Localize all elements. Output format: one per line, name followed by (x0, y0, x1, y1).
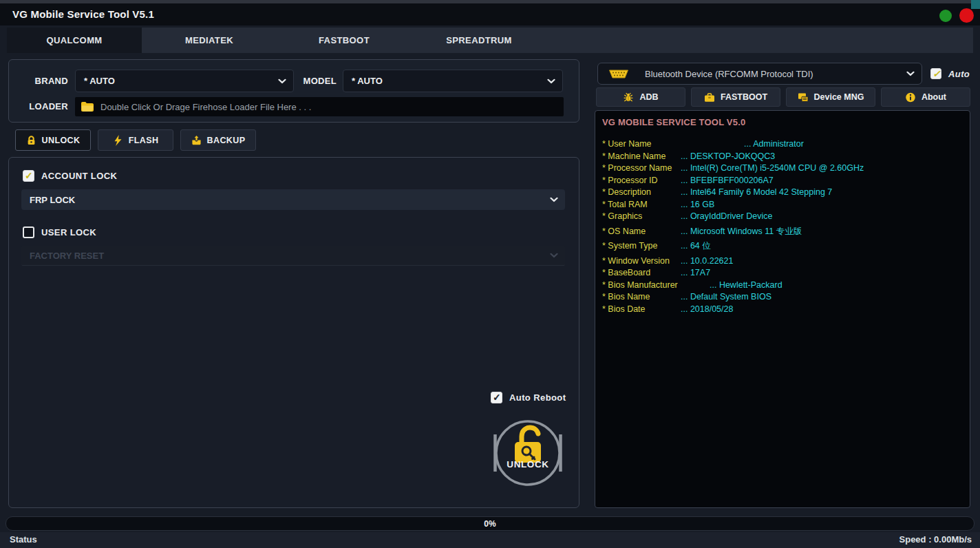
unlock-execute-label: UNLOCK (487, 459, 569, 470)
console-line-value: ... 2018/05/28 (681, 304, 733, 314)
lock-icon (26, 135, 36, 146)
port-select[interactable]: Bluetooth Device (RFCOMM Protocol TDI) (597, 63, 922, 85)
device-actions: ADBFASTBOOTDevice MNGAbout (596, 87, 970, 107)
chevron-down-icon (278, 78, 286, 83)
adb-button[interactable]: ADB (596, 87, 685, 107)
account-lock-label: ACCOUNT LOCK (41, 171, 117, 181)
console-line-value: ... DESKTOP-JOKQQC3 (681, 151, 775, 161)
console-line-value: ... 17A7 (681, 268, 710, 277)
console-line-key: * Bios Name (602, 291, 681, 304)
info-icon (905, 92, 916, 103)
frp-lock-value: FRP LOCK (30, 195, 75, 205)
console-line: * Window Version... 10.0.22621 (602, 255, 963, 268)
backup-tab-button[interactable]: BACKUP (180, 129, 256, 151)
unlock-tab-button[interactable]: UNLOCK (15, 129, 91, 151)
chevron-down-icon (547, 78, 555, 83)
loader-placeholder: Double Click Or Drage Firehose Loader Fi… (100, 102, 311, 112)
console-line-value: ... BFEBFBFF000206A7 (681, 176, 774, 185)
factory-reset-value: FACTORY RESET (30, 251, 104, 261)
backup-icon (191, 135, 202, 146)
console-line: * Graphics... OrayIddDriver Device (602, 211, 963, 223)
fastboot-button[interactable]: FASTBOOT (691, 87, 780, 107)
console-line: * Total RAM... 16 GB (602, 199, 963, 211)
console-line-key: * Processor ID (602, 175, 681, 187)
user-lock-label: USER LOCK (41, 227, 96, 238)
chevron-down-icon (550, 253, 558, 258)
console-line-value: ... 16 GB (681, 200, 714, 209)
account-lock-row: ACCOUNT LOCK (23, 170, 117, 182)
console-log: VG MOBILE SERVICE TOOL V5.0 * User Name.… (595, 110, 970, 508)
port-select-value: Bluetooth Device (RFCOMM Protocol TDI) (645, 69, 813, 79)
model-label: MODEL (294, 76, 337, 86)
frp-lock-select[interactable]: FRP LOCK (21, 189, 565, 210)
console-line-key: * Graphics (602, 211, 681, 223)
device-mng-button[interactable]: Device MNG (786, 87, 875, 107)
titlebar: VG Mobile Service Tool V5.1 (0, 3, 980, 25)
tab-mediatek[interactable]: MEDIATEK (142, 28, 277, 53)
auto-reboot-row: Auto Reboot (491, 392, 566, 403)
tab-spreadtrum[interactable]: SPREADTRUM (412, 28, 546, 53)
unlock-options-group: ACCOUNT LOCK FRP LOCK USER LOCK FACTORY … (8, 157, 579, 508)
auto-detect-checkbox[interactable] (930, 68, 941, 79)
brand-select[interactable]: * AUTO (75, 70, 294, 92)
console-line-value: ... Intel(R) Core(TM) i5-2540M CPU @ 2.6… (681, 163, 864, 173)
auto-detect-label: Auto (948, 69, 970, 79)
unlock-tab-label: UNLOCK (42, 136, 81, 145)
console-line-key: * Bios Date (602, 304, 681, 316)
brand-label: BRAND (23, 76, 68, 86)
chevron-down-icon (550, 198, 558, 202)
account-lock-checkbox[interactable] (23, 170, 34, 182)
console-line-key: * Description (602, 187, 681, 199)
unlock-execute-button[interactable]: UNLOCK (487, 412, 569, 494)
console-line-key: * OS Name (602, 226, 681, 238)
device-icon (798, 92, 809, 103)
folder-icon (81, 101, 94, 112)
about-button[interactable]: About (881, 87, 970, 107)
bolt-icon (113, 135, 123, 146)
console-line-key: * User Name (602, 138, 681, 151)
minimize-button[interactable] (939, 10, 952, 22)
console-line-value: ... Administrator (744, 139, 804, 149)
user-lock-row: USER LOCK (23, 226, 96, 238)
tab-qualcomm[interactable]: QUALCOMM (7, 28, 142, 53)
device-selection-group: BRAND * AUTO MODEL * AUTO LOADER Double … (8, 59, 579, 123)
loader-file-input[interactable]: Double Click Or Drage Firehose Loader Fi… (75, 97, 564, 116)
console-line-value: ... 64 位 (681, 241, 711, 251)
console-line-key: * Bios Manufacturer (602, 280, 681, 292)
flash-tab-button[interactable]: FLASH (98, 129, 173, 151)
status-label: Status (10, 534, 37, 545)
action-tab-bar: UNLOCKFLASHBACKUP (15, 129, 256, 151)
chevron-down-icon (906, 72, 915, 76)
auto-reboot-checkbox[interactable] (491, 392, 502, 403)
button-label: FASTBOOT (721, 92, 767, 102)
progress-percent: 0% (484, 519, 496, 529)
console-line: * Machine Name... DESKTOP-JOKQQC3 (602, 151, 963, 163)
console-line-value: ... Microsoft Windows 11 专业版 (681, 226, 802, 236)
console-line-value: ... OrayIddDriver Device (681, 211, 772, 221)
model-select[interactable]: * AUTO (343, 70, 563, 92)
console-line: * User Name... Administrator (602, 138, 963, 151)
toolbox-icon (704, 92, 715, 103)
console-line-value: ... Hewlett-Packard (710, 280, 782, 290)
console-line-value: ... 10.0.22621 (681, 256, 733, 266)
console-line-key: * Window Version (602, 255, 681, 268)
console-line-key: * Processor Name (602, 162, 681, 175)
unlock-padlock-icon (487, 412, 569, 494)
console-line: * BaseBoard... 17A7 (602, 267, 963, 280)
console-line-key: * Machine Name (602, 151, 681, 163)
user-lock-checkbox[interactable] (23, 226, 34, 238)
close-button[interactable] (959, 8, 974, 23)
tab-fastboot[interactable]: FASTBOOT (277, 28, 412, 53)
tab-bar: QUALCOMMMEDIATEKFASTBOOTSPREADTRUM (7, 28, 973, 53)
console-line: * Processor Name... Intel(R) Core(TM) i5… (602, 162, 963, 175)
console-line-key: * System Type (602, 240, 681, 253)
model-select-value: * AUTO (352, 76, 383, 86)
window-title: VG Mobile Service Tool V5.1 (12, 8, 154, 20)
console-line-key: * Total RAM (602, 199, 681, 211)
console-line: * Bios Name... Default System BIOS (602, 291, 963, 304)
button-label: ADB (639, 92, 658, 102)
brand-select-value: * AUTO (84, 76, 115, 86)
flash-tab-label: FLASH (129, 136, 159, 145)
serial-port-icon (608, 69, 630, 79)
auto-detect-row: Auto (930, 68, 970, 79)
